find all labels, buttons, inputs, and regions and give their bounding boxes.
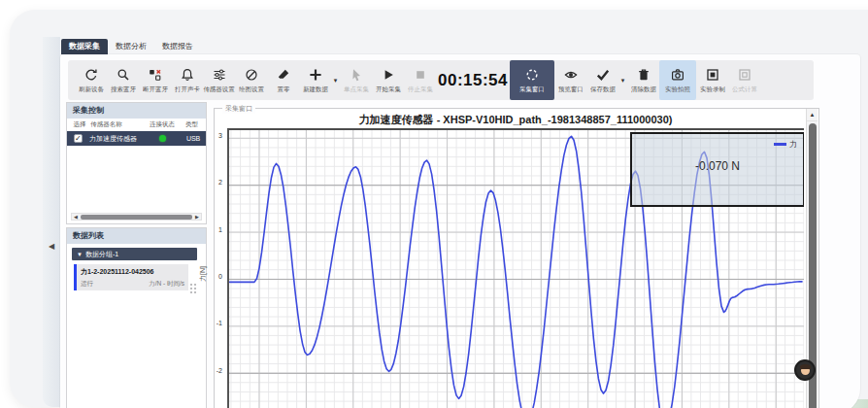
page-background: ◀ 数据采集数据分析数据报告 刷新设备搜索蓝牙断开蓝牙打开声卡传感器设置绘图设置… <box>0 0 868 408</box>
toolbar-button-open-sound[interactable]: 打开声卡 <box>171 60 203 100</box>
timer-display: 00:15:54 <box>436 60 510 100</box>
connection-status-dot <box>159 135 166 142</box>
play-icon <box>382 67 395 83</box>
tab-数据采集[interactable]: 数据采集 <box>61 39 108 54</box>
plot-area[interactable]: -0.070 N 力 <box>227 128 804 408</box>
toolbar-button-label: 置零 <box>277 85 289 93</box>
toolbar-button-plot-settings[interactable]: 绘图设置 <box>235 60 267 100</box>
dashed-circle-icon <box>525 67 539 83</box>
toolbar-button-stop-capture[interactable]: 停止采集 <box>404 60 436 100</box>
refresh-icon <box>84 67 98 83</box>
drag-handle-icon[interactable] <box>189 283 196 295</box>
toolbar-button-new-data[interactable]: 新建数据 <box>299 60 331 100</box>
toolbar-button-preview-window[interactable]: 预览窗口 <box>554 60 586 100</box>
tab-数据报告[interactable]: 数据报告 <box>154 39 201 54</box>
toolbar-button-search-bluetooth[interactable]: 搜索蓝牙 <box>107 60 139 100</box>
sidebar-rail: ◀ <box>43 37 60 407</box>
scroll-right-icon[interactable]: ▶ <box>193 213 201 221</box>
toolbar-button-label: 打开声卡 <box>175 85 200 93</box>
sensor-checkbox[interactable]: ✓ <box>74 134 83 143</box>
toolbar-button-label: 实验拍照 <box>665 85 690 93</box>
toolbar-button-experiment-record[interactable]: 实验录制 <box>696 60 728 100</box>
data-list-panel: 数据列表 ▼数据分组-1 力1-2-20251112-042506 运行 力/N… <box>66 227 207 408</box>
stop-icon <box>414 67 427 83</box>
y-axis-ticks <box>227 130 229 408</box>
toolbar-button-label: 实验录制 <box>700 85 725 93</box>
y-tick-label: -1 <box>201 320 222 326</box>
toolbar-button-label: 采集窗口 <box>519 85 545 93</box>
toolbar-items: 刷新设备搜索蓝牙断开蓝牙打开声卡传感器设置绘图设置置零新建数据▾单点采集开始采集… <box>75 60 760 100</box>
eye-icon <box>564 67 578 83</box>
toolbar: 刷新设备搜索蓝牙断开蓝牙打开声卡传感器设置绘图设置置零新建数据▾单点采集开始采集… <box>68 60 814 100</box>
bell-icon <box>181 67 194 83</box>
avatar-hair <box>800 364 811 369</box>
horizontal-scrollbar[interactable]: ◀ ▶ <box>71 213 202 221</box>
collection-control-header: 采集控制 <box>67 103 206 119</box>
data-item-title: 力1-2-20251112-042506 <box>81 267 184 277</box>
data-group-label: 数据分组-1 <box>85 251 118 257</box>
toolbar-button-label: 刷新设备 <box>79 85 104 93</box>
toolbar-button-experiment-photo[interactable]: 实验拍照 <box>659 60 696 100</box>
toolbar-button-label: 预览窗口 <box>558 85 584 93</box>
toolbar-button-label: 单点采集 <box>344 85 369 93</box>
col-select: 选择 <box>69 120 90 129</box>
sensor-name: 力加速度传感器 <box>89 134 145 144</box>
dropdown-caret-icon[interactable]: ▾ <box>618 60 627 100</box>
check-icon <box>596 67 610 83</box>
toolbar-button-label: 断开蓝牙 <box>143 85 168 93</box>
toolbar-button-label: 停止采集 <box>408 85 433 93</box>
toolbar-button-label: 清除数据 <box>631 85 656 93</box>
toolbar-button-start-capture[interactable]: 开始采集 <box>372 60 404 100</box>
data-list-header: 数据列表 <box>67 228 206 244</box>
tab-bar: 数据采集数据分析数据报告 <box>61 39 201 54</box>
toolbar-button-save-data[interactable]: 保存数据 <box>586 60 618 100</box>
data-group-row[interactable]: ▼数据分组-1 <box>72 248 197 260</box>
sensor-icon <box>213 67 226 83</box>
table-header-row: 选择 传感器名称 连接状态 类型 <box>67 119 206 129</box>
formula-icon <box>738 67 751 83</box>
capture-window-groupbox: 采集窗口 力加速度传感器 - XHSP-V10HID_path_-1981348… <box>214 108 819 408</box>
sensor-table-row[interactable]: ✓ 力加速度传感器 USB <box>67 131 206 146</box>
col-type: 类型 <box>180 120 204 129</box>
toolbar-button-set-zero[interactable]: 置零 <box>267 60 299 100</box>
scroll-left-icon[interactable]: ◀ <box>72 213 80 221</box>
legend-line-swatch <box>774 143 786 146</box>
y-tick-label: 3 <box>201 132 222 139</box>
scrollbar-thumb[interactable] <box>81 215 192 220</box>
toolbar-button-label: 保存数据 <box>590 85 616 93</box>
bt-disconnect-icon <box>149 67 162 83</box>
legend: 力 <box>774 139 797 150</box>
y-tick-label: 1 <box>201 226 222 233</box>
plus-icon <box>309 67 322 83</box>
toolbar-button-capture-window[interactable]: 采集窗口 <box>510 60 554 100</box>
y-tick-label: 0 <box>201 273 222 280</box>
y-tick-label: 2 <box>201 179 222 186</box>
avatar-floating-button[interactable] <box>794 359 816 381</box>
plot-settings-icon <box>245 67 258 83</box>
chevron-down-icon: ▼ <box>77 252 83 257</box>
toolbar-button-clear-data[interactable]: 清除数据 <box>627 60 659 100</box>
toolbar-button-sensor-settings[interactable]: 传感器设置 <box>203 60 235 100</box>
search-icon <box>117 67 130 83</box>
toolbar-button-refresh-device[interactable]: 刷新设备 <box>75 60 107 100</box>
trash-icon <box>637 67 651 83</box>
toolbar-button-disconnect-bluetooth[interactable]: 断开蓝牙 <box>139 60 171 100</box>
y-tick-label: -2 <box>201 367 222 374</box>
sidebar-collapse-toggle[interactable]: ◀ <box>45 241 58 253</box>
chart-title: 力加速度传感器 - XHSP-V10HID_path_-1981348857_1… <box>227 113 804 127</box>
toolbar-button-label: 绘图设置 <box>239 85 264 93</box>
col-name: 传感器名称 <box>90 120 145 129</box>
toolbar-button-point-capture[interactable]: 单点采集 <box>340 60 372 100</box>
data-list-item[interactable]: 力1-2-20251112-042506 运行 力/N - 时间/s <box>74 264 188 290</box>
data-item-status: 运行 <box>81 280 93 289</box>
tab-数据分析[interactable]: 数据分析 <box>108 39 154 54</box>
app-window: 刷新设备搜索蓝牙断开蓝牙打开声卡传感器设置绘图设置置零新建数据▾单点采集开始采集… <box>60 54 860 408</box>
scroll-up-icon[interactable]: ▲ <box>807 109 818 121</box>
toolbar-button-formula-calc[interactable]: 公式计算 <box>728 60 760 100</box>
pointer-icon <box>350 67 363 83</box>
collection-control-panel: 采集控制 选择 传感器名称 连接状态 类型 ✓ 力加速度传感器 USB ◀ ▶ <box>66 102 207 224</box>
dropdown-caret-icon[interactable]: ▾ <box>331 60 340 100</box>
camera-icon <box>671 67 684 83</box>
data-item-axes: 力/N - 时间/s <box>149 280 184 289</box>
eraser-icon <box>277 67 290 83</box>
